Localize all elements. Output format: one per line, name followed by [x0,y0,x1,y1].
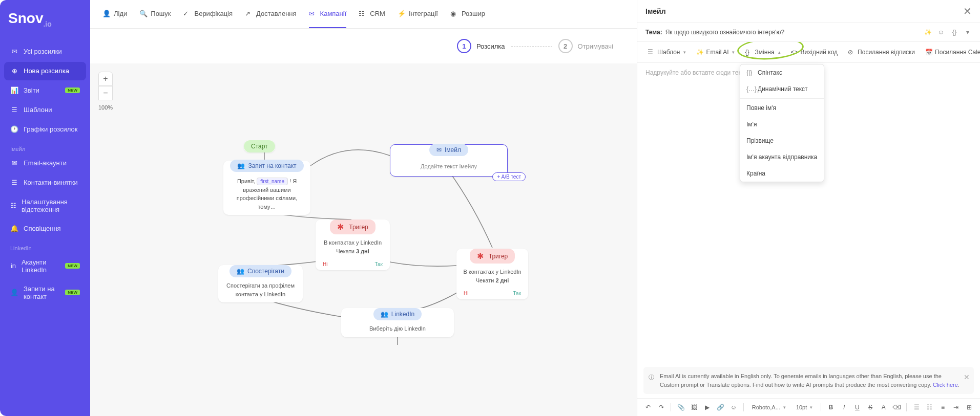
zoom-level: 100% [98,104,113,111]
dropdown-sender-account[interactable]: Ім'я акаунта відправника [740,149,824,165]
underline-button[interactable]: U [853,402,862,413]
bold-button[interactable]: B [826,402,836,413]
notice-close-button[interactable]: ✕ [964,372,970,383]
size-select[interactable]: 10pt▾ [793,403,816,411]
emoji-icon[interactable]: ☺ [937,28,945,36]
plug-icon: ⚡ [398,10,406,18]
star-icon: ✱ [337,222,344,232]
sidebar-item-contact-requests[interactable]: 👤Запити на контактNEW [4,280,86,305]
sidebar-item-email-accounts[interactable]: ✉Email-акаунти [4,154,86,172]
nav-crm[interactable]: ☷CRM [359,7,385,28]
node-trigger-2[interactable]: ✱Тригер В контактах у LinkedInЧекати 2 д… [456,249,528,299]
people-icon: 👥 [237,162,245,169]
dropdown-spintax[interactable]: {|}Спінтакс [740,64,824,81]
nav-delivery[interactable]: ↗Доставлення [245,7,297,28]
sidebar-item-notifications[interactable]: 🔔Сповіщення [4,220,86,238]
braces-icon[interactable]: {} [950,28,958,36]
nav-leads[interactable]: 👤Ліди [102,7,127,28]
sidebar-item-new-campaign[interactable]: ⊕Нова розсилка [4,62,86,80]
dropdown-firstname[interactable]: Ім'я [740,116,824,133]
dropdown-dynamic-text[interactable]: {…}Динамічний текст [740,81,824,97]
redo-button[interactable]: ↷ [657,402,666,413]
nav-verify[interactable]: ✓Верифікація [183,7,233,28]
font-select[interactable]: Roboto,A...▾ [749,403,789,411]
indent-button[interactable]: ⇥ [951,402,961,413]
zoom-out-button[interactable]: − [98,86,113,100]
sidebar-item-schedules[interactable]: 🕐Графіки розсилок [4,120,86,139]
editor-body[interactable]: Надрукуйте або вставте сюди текст {|}Спі… [637,63,980,363]
nav-extensions[interactable]: ◉Розшир [450,7,485,28]
table-button[interactable]: ⊞ [965,402,974,413]
calendar-icon: 📅 [925,49,932,56]
variable-button[interactable]: {}Змінна▴ [741,46,784,58]
template-button[interactable]: ☰Шаблон▾ [643,46,690,58]
number-list-button[interactable]: ☷ [925,402,934,413]
settings-icon: ☷ [10,202,16,210]
italic-button[interactable]: I [840,402,849,413]
dropdown-fullname[interactable]: Повне ім'я [740,100,824,116]
plus-circle-icon: ⊕ [10,67,18,75]
step-connector [511,46,552,47]
unsubscribe-link-button[interactable]: ⊘Посилання відписки [844,46,919,58]
magic-icon[interactable]: ✨ [924,28,932,36]
main-area: 👤Ліди 🔍Пошук ✓Верифікація ↗Доставлення ✉… [90,0,980,416]
dropdown-country[interactable]: Країна [740,165,824,182]
link-button[interactable]: 🔗 [716,402,725,413]
color-button[interactable]: A [879,402,888,413]
bullet-list-button[interactable]: ☰ [912,402,921,413]
editor-toolbar-top: ☰Шаблон▾ ✨Email AI▾ {}Змінна▴ <>Вихідний… [637,42,980,63]
node-linkedin[interactable]: 👥LinkedIn Виберіть дію LinkedIn [341,308,454,337]
sidebar-item-tracking[interactable]: ☷Налаштування відстеження [4,193,86,218]
node-watch[interactable]: 👥Спостерігати Спостерігати за профілем к… [218,265,303,302]
node-trigger-1[interactable]: ✱Тригер В контактах у LinkedInЧекати 3 д… [316,220,390,270]
zoom-in-button[interactable]: + [98,72,113,86]
clear-format-button[interactable]: ⌫ [892,402,902,413]
new-badge: NEW [65,290,80,295]
nav-integrations[interactable]: ⚡Інтеграції [398,7,438,28]
person-add-icon: 👤 [10,289,18,297]
info-icon: ⓘ [649,373,656,380]
step-2[interactable]: 2Отримувачі [558,39,614,53]
new-badge: NEW [65,87,80,93]
template-icon: ☰ [10,106,18,114]
notice-link[interactable]: Click here [933,382,958,388]
people-icon: 👥 [381,311,388,318]
braces-icon: {|} [746,69,754,76]
sparkle-icon: ✨ [696,49,703,56]
video-button[interactable]: ▶ [703,402,712,413]
email-ai-button[interactable]: ✨Email AI▾ [692,46,739,58]
source-code-button[interactable]: <>Вихідний код [787,46,842,58]
subject-value[interactable]: Як щодо швидкого ознайомчого інтерв'ю? [665,29,785,36]
node-start[interactable]: Старт [244,140,275,152]
calendly-link-button[interactable]: 📅Посилання Calendly [921,46,980,58]
chart-icon: 📊 [10,86,18,95]
dropdown-lastname[interactable]: Прізвище [740,133,824,149]
node-email[interactable]: ✉Імейл Додайте текст імейлу + A/B тест [390,144,508,177]
undo-button[interactable]: ↶ [643,402,653,413]
puzzle-icon: ◉ [450,10,458,18]
unsubscribe-icon: ⊘ [848,49,855,56]
strike-button[interactable]: S [866,402,875,413]
clock-icon: 🕐 [10,125,18,134]
sidebar-item-templates[interactable]: ☰Шаблони [4,101,86,119]
attach-button[interactable]: 📎 [676,402,685,413]
ab-test-badge[interactable]: + A/B тест [492,172,526,181]
align-button[interactable]: ≡ [939,402,948,413]
sidebar-item-reports[interactable]: 📊ЗвітиNEW [4,81,86,100]
mail-icon: ✉ [10,159,18,167]
node-contact-request[interactable]: 👥Запит на контакт Привіт, first_name ! Я… [223,161,310,215]
sidebar-item-all-campaigns[interactable]: ✉Усі розсилки [4,42,86,61]
mail-icon: ✉ [436,146,442,154]
sidebar: Snov.io ✉Усі розсилки ⊕Нова розсилка 📊Зв… [0,0,90,416]
nav-campaigns[interactable]: ✉Кампанії [309,7,347,28]
step-1[interactable]: 1Розсилка [457,39,505,53]
sidebar-item-linkedin-accounts[interactable]: inАкаунти LinkedInNEW [4,253,86,279]
bell-icon: 🔔 [10,225,18,233]
image-button[interactable]: 🖼 [690,402,699,413]
sidebar-item-exclusions[interactable]: ☰Контакти-винятки [4,173,86,192]
close-button[interactable]: ✕ [963,5,972,17]
emoji-button[interactable]: ☺ [729,402,738,413]
braces-icon: {…} [746,85,754,93]
nav-search[interactable]: 🔍Пошук [139,7,171,28]
chevron-down-icon[interactable]: ▾ [964,28,972,36]
